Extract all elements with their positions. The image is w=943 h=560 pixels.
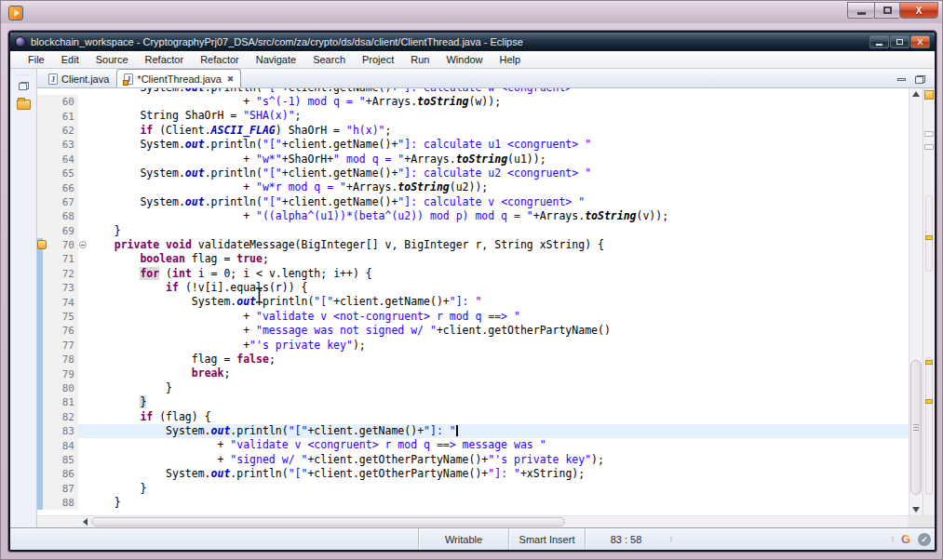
restore-view-icon[interactable] <box>19 82 29 90</box>
code-line-83[interactable]: 83 System.out.println("["+client.getName… <box>37 424 909 438</box>
occurrence-marker[interactable] <box>925 360 933 365</box>
scroll-down-icon[interactable] <box>912 507 920 513</box>
line-number-78[interactable]: 78 <box>37 353 78 367</box>
code-line-80[interactable]: 80 } <box>37 381 909 395</box>
code-line-74[interactable]: 74 System.out.println("["+client.getName… <box>37 295 909 309</box>
line-number-77[interactable]: 77 <box>37 339 78 353</box>
menu-item-window[interactable]: Window <box>438 52 491 67</box>
code-line-64[interactable]: 64 + "w*"+ShaOrH+" mod q = "+Arrays.toSt… <box>37 153 909 167</box>
line-number-80[interactable]: 80 <box>37 381 78 395</box>
menu-item-help[interactable]: Help <box>492 52 530 67</box>
code-line-75[interactable]: 75 + "validate v <not-congruent> r mod q… <box>37 310 909 324</box>
code-line-63[interactable]: 63 System.out.println("["+client.getName… <box>37 138 909 152</box>
line-number-68[interactable]: 68 <box>37 209 78 223</box>
code-line-86[interactable]: 86 System.out.println("["+client.getOthe… <box>37 467 909 481</box>
menu-item-file[interactable]: File <box>20 52 53 67</box>
line-number-79[interactable]: 79 <box>37 367 78 380</box>
code-line-88[interactable]: 88 } <box>37 496 909 510</box>
vertical-scrollbar[interactable] <box>909 88 923 515</box>
check-circle-icon[interactable]: ✓ <box>914 528 935 550</box>
statusbar-drag-handle[interactable]: ⁝ <box>888 528 897 550</box>
overview-ruler[interactable] <box>923 88 935 515</box>
line-number-67[interactable]: 67 <box>37 195 78 209</box>
tab--clientthread-java[interactable]: J*ClientThread.java✖ <box>116 69 241 87</box>
overview-range[interactable] <box>925 195 933 272</box>
gutter-marker-icon[interactable] <box>37 240 47 249</box>
line-number-86[interactable]: 86 <box>37 467 78 481</box>
view-bar-drag-handle[interactable]: ..... <box>16 71 31 76</box>
line-number-75[interactable]: 75 <box>37 310 78 324</box>
scroll-left-icon[interactable] <box>78 516 91 527</box>
line-number-66[interactable]: 66 <box>37 180 78 194</box>
code-line-62[interactable]: 62 if (Client.ASCII_FLAG) ShaOrH = "h(x)… <box>37 124 909 138</box>
line-number-62[interactable]: 62 <box>37 124 78 138</box>
line-number-84[interactable]: 84 <box>37 438 78 452</box>
code-line-59[interactable]: 59 System.out.println("["+client.getName… <box>37 88 909 95</box>
code-line-66[interactable]: 66 + "w*r mod q = "+Arrays.toString(u2))… <box>37 180 909 194</box>
menu-item-search[interactable]: Search <box>304 52 354 67</box>
eclipse-minimize-button[interactable] <box>869 35 889 48</box>
minimize-editor-icon[interactable] <box>897 78 906 81</box>
code-line-71[interactable]: 71 boolean flag = true; <box>37 252 909 266</box>
menu-item-navigate[interactable]: Navigate <box>248 52 304 67</box>
code-line-84[interactable]: 84 + "validate v <congruent> r mod q ==>… <box>37 438 909 452</box>
line-number-60[interactable]: 60 <box>37 95 78 109</box>
line-number-70[interactable]: 70 <box>37 238 78 252</box>
eclipse-close-button[interactable]: X <box>910 35 930 48</box>
outer-window-titlebar[interactable]: X <box>1 1 942 23</box>
overview-marker[interactable] <box>924 144 934 150</box>
code-line-60[interactable]: 60 + "s^(-1) mod q = "+Arrays.toString(w… <box>37 95 909 109</box>
outer-minimize-button[interactable] <box>847 2 874 19</box>
line-number-71[interactable]: 71 <box>37 252 78 266</box>
eclipse-titlebar[interactable]: blockchain_workspace - CryptographyPrj07… <box>10 33 935 51</box>
line-number-82[interactable]: 82 <box>37 410 78 424</box>
outer-maximize-button[interactable] <box>874 2 899 19</box>
restore-editor-icon[interactable] <box>915 75 925 84</box>
occurrence-marker[interactable] <box>925 399 933 404</box>
google-g-icon[interactable]: G <box>897 528 914 550</box>
overview-marker[interactable] <box>924 131 934 137</box>
menu-item-run[interactable]: Run <box>402 52 438 67</box>
horizontal-scrollbar-thumb[interactable] <box>91 517 565 527</box>
eclipse-maximize-button[interactable] <box>890 35 909 48</box>
code-line-78[interactable]: 78 flag = false; <box>37 353 909 367</box>
code-line-69[interactable]: 69 } <box>37 224 909 238</box>
code-line-76[interactable]: 76 + "message was not signed w/ "+client… <box>37 324 909 338</box>
annotation-toggle-icon[interactable] <box>924 90 934 100</box>
line-number-65[interactable]: 65 <box>37 167 78 180</box>
menu-item-source[interactable]: Source <box>88 52 137 67</box>
code-editor[interactable]: 59 System.out.println("["+client.getName… <box>37 88 909 515</box>
line-number-72[interactable]: 72 <box>37 267 78 281</box>
package-explorer-folder-icon[interactable] <box>17 100 31 110</box>
code-line-82[interactable]: 82 if (flag) { <box>37 410 909 424</box>
code-line-85[interactable]: 85 + "signed w/ "+client.getOtherPartyNa… <box>37 453 909 467</box>
tab-client-java[interactable]: JClient.java <box>41 69 116 87</box>
line-number-73[interactable]: 73 <box>37 281 78 295</box>
horizontal-scrollbar[interactable] <box>37 515 935 527</box>
code-line-67[interactable]: 67 System.out.println("["+client.getName… <box>37 195 909 209</box>
code-line-77[interactable]: 77 +"'s private key"); <box>37 339 909 353</box>
code-line-68[interactable]: 68 + "((alpha^(u1))*(beta^(u2)) mod p) m… <box>37 209 909 223</box>
line-number-88[interactable]: 88 <box>37 496 78 510</box>
overview-range[interactable] <box>925 357 933 495</box>
outer-close-button[interactable]: X <box>899 2 938 19</box>
line-number-74[interactable]: 74 <box>37 295 78 309</box>
line-number-81[interactable]: 81 <box>37 395 78 409</box>
menu-item-refactor-2[interactable]: Refactor <box>192 52 248 67</box>
statusbar-drag-handle[interactable]: ⁝ <box>667 528 676 550</box>
line-number-64[interactable]: 64 <box>37 153 78 167</box>
menu-item-refactor[interactable]: Refactor <box>137 52 193 67</box>
tab-close-icon[interactable]: ✖ <box>225 74 235 84</box>
fold-collapse-icon[interactable] <box>78 238 88 252</box>
occurrence-marker[interactable] <box>925 235 933 240</box>
line-number-69[interactable]: 69 <box>37 224 78 238</box>
code-line-87[interactable]: 87 } <box>37 482 909 496</box>
line-number-83[interactable]: 83 <box>37 424 78 438</box>
code-line-61[interactable]: 61 String ShaOrH = "SHA(x)"; <box>37 109 909 123</box>
code-line-65[interactable]: 65 System.out.println("["+client.getName… <box>37 167 909 180</box>
line-number-76[interactable]: 76 <box>37 324 78 338</box>
line-number-87[interactable]: 87 <box>37 482 78 496</box>
code-line-70[interactable]: 70 private void validateMessage(BigInteg… <box>37 238 909 252</box>
line-number-85[interactable]: 85 <box>37 453 78 467</box>
menu-item-edit[interactable]: Edit <box>53 52 88 67</box>
